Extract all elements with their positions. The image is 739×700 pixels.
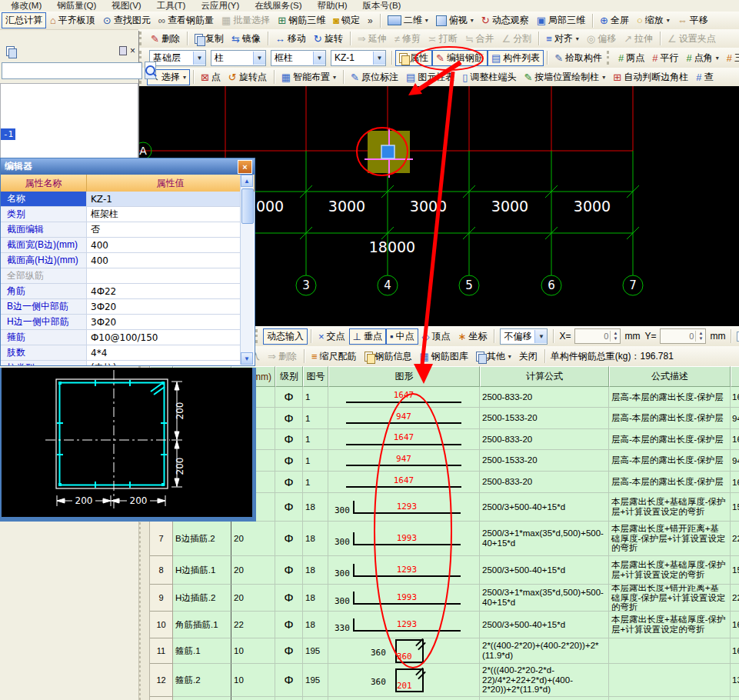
type-combo[interactable]: 框柱▼ bbox=[271, 50, 326, 66]
draw-column-by-wall-button[interactable]: ✎按墙位置绘制柱▾ bbox=[520, 69, 609, 85]
close-icon[interactable]: × bbox=[130, 47, 135, 55]
top-view-button[interactable]: 俯视▾ bbox=[432, 12, 478, 28]
table-row[interactable]: 10角筋插筋.122Ф1833012932500/3+500-40+15*d本层… bbox=[150, 612, 739, 638]
table-row[interactable] bbox=[150, 697, 739, 700]
chevron-down-icon[interactable]: ▼ bbox=[193, 52, 205, 65]
menu-item[interactable]: 版本号(B) bbox=[363, 0, 401, 12]
rebar-gallery-button[interactable]: ▦钢筋图库 bbox=[416, 348, 472, 365]
menu-item[interactable]: 视图(V) bbox=[112, 0, 141, 12]
scroll-thumb[interactable] bbox=[241, 188, 254, 224]
check-button[interactable]: #查 bbox=[692, 69, 717, 85]
property-scrollbar[interactable]: ▲ ▼ bbox=[240, 175, 254, 365]
chevron-down-icon[interactable]: ▼ bbox=[534, 330, 547, 343]
scroll-down-icon[interactable]: ▼ bbox=[241, 352, 253, 365]
scroll-up-icon[interactable]: ▲ bbox=[241, 175, 253, 187]
auto-detect-corner-column-button[interactable]: ⊞自动判断边角柱 bbox=[609, 69, 692, 85]
lock-button[interactable]: ◙锁定 bbox=[329, 12, 364, 28]
y-coordinate-input[interactable]: 0▲▼ bbox=[660, 328, 706, 344]
property-value[interactable]: Ф10@100/150 bbox=[87, 330, 241, 345]
menu-item[interactable]: 云应用(Y) bbox=[201, 0, 239, 12]
full-screen-button[interactable]: ⊕全屏 bbox=[596, 12, 633, 28]
toolbar-grip[interactable] bbox=[139, 32, 144, 45]
floor-combo[interactable]: 基础层▼ bbox=[149, 50, 206, 66]
menu-item[interactable]: 帮助(H) bbox=[318, 0, 348, 12]
property-row[interactable]: 名称KZ-1 bbox=[1, 192, 241, 207]
pan-button[interactable]: ⇔平移 bbox=[674, 12, 712, 28]
parallel-button[interactable]: #平行 bbox=[648, 50, 682, 66]
copy-icon[interactable] bbox=[6, 46, 15, 56]
tree-item-selected[interactable]: -1 bbox=[1, 128, 15, 140]
offset-mode-combo[interactable]: 不偏移▼ bbox=[500, 328, 548, 345]
spinner-arrows[interactable]: ▲▼ bbox=[610, 331, 620, 341]
property-row[interactable]: B边一侧中部筋3Ф20 bbox=[1, 299, 241, 315]
edit-rebar-button[interactable]: ✎编辑钢筋 bbox=[432, 50, 488, 66]
toolbar-grip[interactable] bbox=[607, 51, 611, 65]
cell-formula[interactable]: 2500-833-20 bbox=[480, 387, 609, 408]
table-row[interactable]: 7B边插筋.220Ф1830019932500/3+1*max(35*d,500… bbox=[150, 522, 739, 556]
property-value[interactable]: 4Ф22 bbox=[87, 284, 241, 299]
summary-calc-button[interactable]: 汇总计算 bbox=[2, 12, 46, 28]
other-button[interactable]: 其他▾ bbox=[472, 348, 515, 365]
cell-formula[interactable]: 2*(((400-2*20-2*d-22)/4*2+22+2*d)+(400-2… bbox=[480, 664, 609, 697]
zoom-button[interactable]: ○缩放▾ bbox=[633, 12, 674, 28]
intersection-snap-button[interactable]: ×交点 bbox=[315, 328, 349, 345]
adjust-column-end-button[interactable]: ▯调整柱端头 bbox=[458, 69, 520, 85]
table-row[interactable]: 9H边插筋.220Ф1830019932500/3+1*max(35*d,500… bbox=[150, 585, 739, 612]
property-row[interactable]: 箍筋Ф10@100/150 bbox=[1, 330, 241, 345]
property-row[interactable]: 截面宽(B边)(mm)400 bbox=[1, 238, 241, 253]
orbit-button[interactable]: ↻动态观察 bbox=[478, 12, 533, 28]
element-column-table-button[interactable]: ▤图元柱表 bbox=[402, 69, 458, 85]
selected-column-highlight[interactable] bbox=[381, 145, 394, 158]
menu-item[interactable]: 修改(M) bbox=[11, 0, 42, 12]
property-row[interactable]: H边一侧中部筋3Ф20 bbox=[1, 315, 241, 330]
property-row[interactable]: 柱类型(中柱) bbox=[1, 361, 241, 366]
point-angle-button[interactable]: #点角▾ bbox=[683, 50, 723, 66]
property-value[interactable]: KZ-1 bbox=[87, 192, 241, 207]
property-value[interactable] bbox=[87, 268, 241, 284]
properties-button[interactable]: 属性 bbox=[395, 50, 432, 66]
search-button[interactable] bbox=[145, 62, 156, 79]
coordinate-snap-button[interactable]: ∗坐标 bbox=[454, 328, 491, 345]
mirror-button[interactable]: ⇆镜像 bbox=[228, 31, 265, 47]
column-header[interactable]: 公式描述 bbox=[609, 366, 731, 387]
property-row[interactable]: 肢数4*4 bbox=[1, 345, 241, 361]
property-row[interactable]: 角筋4Ф22 bbox=[1, 284, 241, 299]
dynamic-input-button[interactable]: 动态输入 bbox=[263, 328, 308, 345]
local-3d-button[interactable]: ▣局部三维 bbox=[533, 12, 589, 28]
midpoint-snap-button[interactable]: ▪中点 bbox=[386, 328, 418, 345]
property-row[interactable]: 类别框架柱 bbox=[1, 207, 241, 222]
property-row[interactable]: 全部纵筋 bbox=[1, 268, 241, 284]
cell-formula[interactable]: 2500/3+1*max(35*d,500)+500-40+15*d bbox=[480, 585, 609, 612]
chevron-down-icon[interactable]: ▼ bbox=[373, 52, 385, 65]
move-button[interactable]: ↔移动 bbox=[271, 31, 310, 47]
component-list-button[interactable]: ▤构件列表 bbox=[488, 50, 544, 66]
view-2d-button[interactable]: 二维▾ bbox=[384, 12, 432, 28]
close-editor-button[interactable]: 关闭 bbox=[515, 348, 541, 365]
cell-formula[interactable] bbox=[480, 697, 609, 700]
align-button[interactable]: ≡对齐▾ bbox=[542, 31, 583, 47]
property-editor-titlebar[interactable]: 编辑器 × bbox=[1, 158, 255, 175]
toolbar-overflow-chevron[interactable]: » bbox=[368, 15, 373, 26]
property-value[interactable]: 3Ф20 bbox=[87, 299, 241, 315]
search-input[interactable] bbox=[2, 62, 142, 79]
menu-item[interactable]: 工具(T) bbox=[157, 0, 186, 12]
property-value[interactable]: 400 bbox=[87, 253, 241, 268]
cell-formula[interactable]: 2500-833-20 bbox=[480, 472, 609, 493]
column-header[interactable]: 长 bbox=[731, 366, 739, 387]
cell-formula[interactable]: 2500/3+500-40+15*d bbox=[480, 612, 609, 638]
two-point-button[interactable]: #两点 bbox=[614, 50, 648, 66]
perpendicular-snap-button[interactable]: ⊥垂点 bbox=[349, 328, 386, 345]
pin-icon[interactable] bbox=[119, 46, 127, 55]
menu-item[interactable]: 钢筋量(Q) bbox=[57, 0, 96, 12]
vertex-snap-button[interactable]: ◇顶点 bbox=[418, 328, 454, 345]
menu-item[interactable]: 在线服务(S) bbox=[255, 0, 301, 12]
table-row[interactable]: 11箍筋.110Ф1953603602*((400-2*20)+(400-2*2… bbox=[150, 638, 739, 664]
property-row[interactable]: 截面编辑否 bbox=[1, 222, 241, 238]
property-value[interactable]: 框架柱 bbox=[87, 207, 241, 222]
element-combo[interactable]: KZ-1▼ bbox=[331, 50, 386, 66]
property-value[interactable]: (中柱) bbox=[87, 361, 241, 366]
dock-titlebar[interactable]: × bbox=[0, 31, 138, 60]
smart-layout-button[interactable]: ▦智能布置▾ bbox=[278, 69, 340, 85]
scale-rebar-button[interactable]: ≡缩尺配筋 bbox=[308, 348, 361, 365]
rebar-3d-button[interactable]: ⊞钢筋三维 bbox=[274, 12, 329, 28]
